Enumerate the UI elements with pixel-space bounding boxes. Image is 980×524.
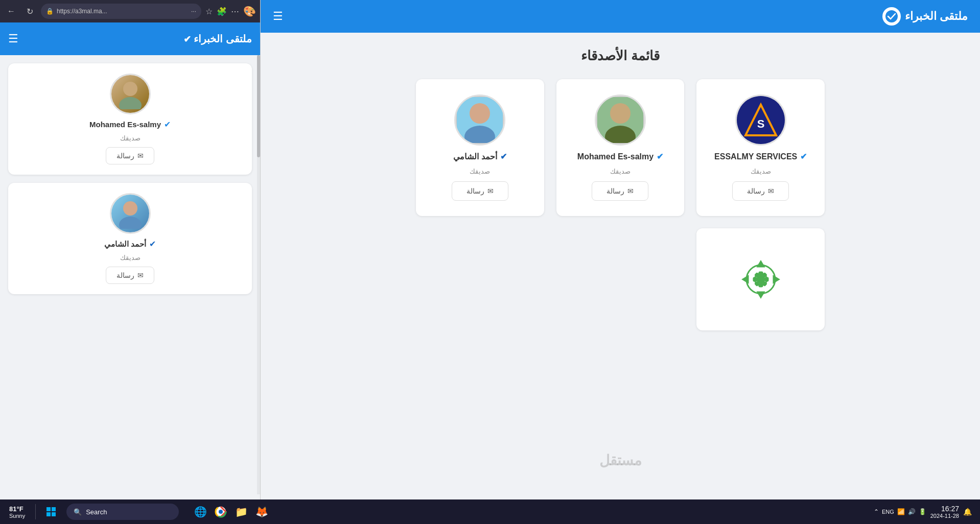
main-friend-card-2: ✔ Mohamed Es-salmy صديقك ✉ رسالة — [556, 79, 685, 216]
taskbar-left: 81°F Sunny 🔍 Search — [0, 502, 179, 522]
svg-point-2 — [123, 201, 137, 216]
main-menu-button[interactable]: ☰ — [273, 10, 283, 23]
profile-icon[interactable]: 🎨 — [243, 5, 256, 17]
svg-point-1 — [119, 97, 142, 109]
main-friend-card-3: S ✔ ESSALMY SERVICES صديقك ✉ رسالة — [696, 79, 825, 216]
svg-rect-28 — [46, 507, 51, 511]
back-button[interactable]: ← — [4, 4, 18, 18]
svg-rect-22 — [754, 278, 756, 281]
dots-icon: ··· — [191, 8, 196, 15]
main-message-btn-3[interactable]: ✉ رسالة — [732, 181, 789, 201]
wifi-icon: 📶 — [897, 508, 905, 515]
taskbar: 81°F Sunny 🔍 Search 🌐 — [0, 499, 980, 524]
friend-name-2: أحمد الشامي — [104, 240, 146, 249]
volume-icon: 🔊 — [908, 508, 916, 515]
svg-point-19 — [757, 276, 764, 283]
main-friend-name-2: ✔ Mohamed Es-salmy — [577, 152, 663, 161]
svg-marker-14 — [758, 261, 764, 267]
svg-rect-30 — [46, 512, 51, 516]
taskbar-search-label: Search — [86, 508, 107, 516]
main-friend-label-3: صديقك — [751, 168, 771, 175]
main-friend-name-3: ✔ ESSALMY SERVICES — [714, 152, 807, 161]
svg-point-6 — [470, 103, 490, 124]
windows-start-button[interactable] — [41, 502, 61, 522]
main-envelope-3: ✉ — [768, 187, 774, 195]
main-friend-label-2: صديقك — [610, 168, 631, 175]
svg-point-3 — [119, 217, 142, 229]
main-friend-card-1: ✔ أحمد الشامي صديقك ✉ رسالة — [416, 79, 544, 216]
message-button-1[interactable]: ✉ رسالة — [106, 147, 154, 164]
taskbar-right: ⌃ ENG 📶 🔊 🔋 16:27 2024-11-28 🔔 — [874, 505, 980, 519]
main-friend-name-1: ✔ أحمد الشامي — [453, 152, 506, 161]
svg-text:S: S — [757, 117, 764, 130]
taskbar-app-icons: 🌐 📁 🦊 — [187, 503, 275, 521]
svg-rect-29 — [52, 507, 56, 511]
friend-name-row-2: ✔ أحمد الشامي — [104, 239, 156, 249]
chevron-up-icon[interactable]: ⌃ — [874, 508, 879, 515]
extensions-icon[interactable]: 🧩 — [217, 7, 227, 16]
date-display: 2024-11-28 — [930, 513, 959, 519]
svg-rect-27 — [763, 282, 766, 285]
taskbar-search-icon: 🔍 — [74, 508, 82, 516]
svg-marker-16 — [758, 292, 764, 297]
taskbar-icon-browser[interactable]: 🌐 — [191, 503, 209, 521]
taskbar-clock: 16:27 2024-11-28 — [930, 505, 959, 519]
main-friend-label-1: صديقك — [470, 168, 490, 175]
gear-icon — [740, 259, 781, 300]
taskbar-icon-edge[interactable]: 🦊 — [252, 503, 271, 521]
main-avatar-3: S — [735, 94, 786, 146]
svg-rect-31 — [52, 512, 56, 516]
star-icon[interactable]: ☆ — [205, 7, 213, 16]
svg-rect-25 — [763, 273, 766, 277]
taskbar-search[interactable]: 🔍 Search — [66, 504, 179, 520]
svg-point-0 — [123, 82, 137, 96]
temperature: 81°F — [9, 505, 24, 513]
left-site-title: ملتقى الخبراء ✔ — [183, 33, 252, 45]
main-message-btn-1[interactable]: ✉ رسالة — [452, 181, 508, 201]
gear-card — [696, 228, 825, 330]
address-bar[interactable]: 🔒 https://a3mal.ma... ··· — [41, 4, 201, 19]
refresh-button[interactable]: ↻ — [22, 4, 37, 18]
notification-icon[interactable]: 🔔 — [963, 508, 972, 516]
main-avatar-2 — [595, 94, 646, 146]
main-logo — [882, 7, 901, 26]
envelope-icon-1: ✉ — [137, 152, 144, 160]
taskbar-sys-icons: ⌃ ENG 📶 🔊 🔋 — [874, 508, 926, 515]
main-verified-2: ✔ — [657, 152, 663, 161]
avatar-1 — [110, 74, 151, 114]
friend-label-2: صديقك — [120, 254, 141, 261]
main-message-btn-2[interactable]: ✉ رسالة — [592, 181, 648, 201]
svg-point-33 — [219, 510, 223, 514]
main-verified-3: ✔ — [800, 152, 807, 161]
svg-marker-15 — [774, 276, 779, 282]
left-friend-card-1: ✔ Mohamed Es-salmy صديقك ✉ رسالة — [8, 63, 252, 175]
url-text: https://a3mal.ma... — [57, 8, 107, 15]
message-button-2[interactable]: ✉ رسالة — [106, 267, 154, 284]
svg-point-9 — [610, 103, 631, 124]
envelope-icon-2: ✉ — [137, 271, 144, 279]
scrollbar[interactable] — [257, 55, 260, 494]
taskbar-icon-chrome[interactable] — [212, 503, 230, 521]
main-avatar-1 — [454, 94, 505, 146]
more-icon[interactable]: ⋯ — [231, 7, 239, 16]
friend-name-1: Mohamed Es-salmy — [89, 120, 161, 129]
left-site-header: ☰ ملتقى الخبراء ✔ — [0, 22, 260, 55]
svg-rect-24 — [755, 273, 759, 277]
weather-condition: Sunny — [9, 513, 25, 519]
friend-label-1: صديقك — [120, 134, 141, 142]
taskbar-icon-files[interactable]: 📁 — [232, 503, 250, 521]
lang-indicator: ENG — [882, 509, 894, 515]
svg-rect-23 — [765, 278, 768, 281]
scrollbar-thumb[interactable] — [257, 55, 260, 157]
main-envelope-2: ✉ — [627, 187, 634, 195]
page-title: قائمة الأصدقاء — [281, 48, 960, 64]
svg-point-4 — [885, 10, 898, 22]
main-verified-1: ✔ — [500, 152, 507, 161]
friends-grid: ✔ أحمد الشامي صديقك ✉ رسالة — [416, 79, 825, 216]
left-friends-list: ✔ Mohamed Es-salmy صديقك ✉ رسالة ✔ — [0, 55, 260, 499]
verified-icon-1: ✔ — [164, 120, 171, 129]
weather-widget: 81°F Sunny — [4, 503, 30, 521]
left-menu-button[interactable]: ☰ — [8, 32, 18, 45]
svg-marker-17 — [743, 276, 748, 282]
battery-icon: 🔋 — [919, 508, 926, 515]
